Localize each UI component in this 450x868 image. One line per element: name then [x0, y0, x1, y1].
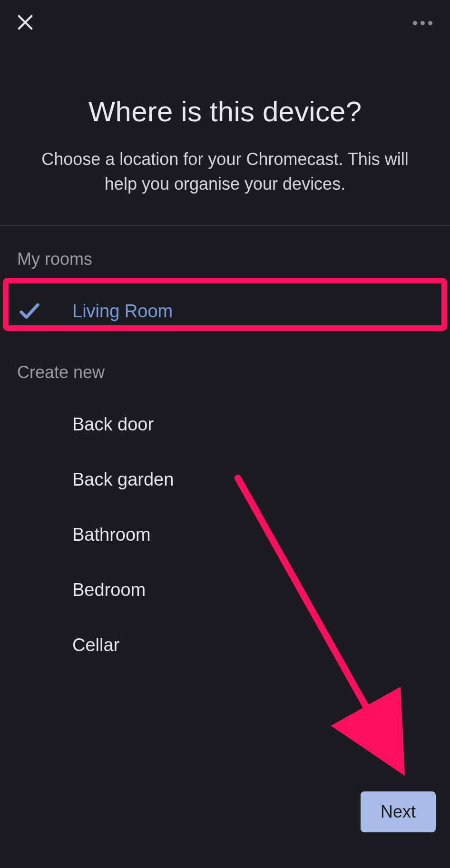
next-button-label: Next	[381, 802, 416, 821]
room-label: Bathroom	[72, 525, 151, 545]
room-back-garden[interactable]: Back garden	[0, 452, 450, 507]
close-button[interactable]	[13, 10, 37, 34]
room-back-door[interactable]: Back door	[0, 397, 450, 452]
room-label: Cellar	[72, 635, 119, 655]
check-icon	[17, 299, 72, 323]
section-my-rooms-label: My rooms	[0, 225, 450, 283]
room-bedroom[interactable]: Bedroom	[0, 562, 450, 617]
room-cellar[interactable]: Cellar	[0, 617, 450, 673]
room-living-room[interactable]: Living Room	[0, 283, 450, 339]
section-create-new-label: Create new	[0, 339, 450, 397]
room-label: Back garden	[72, 469, 174, 490]
room-label: Living Room	[72, 301, 173, 322]
close-icon	[16, 13, 35, 32]
more-icon	[428, 21, 432, 25]
heading-block: Where is this device? Choose a location …	[0, 43, 450, 225]
room-label: Bedroom	[72, 580, 146, 600]
room-bathroom[interactable]: Bathroom	[0, 507, 450, 562]
page-subtitle: Choose a location for your Chromecast. T…	[30, 147, 420, 196]
next-button[interactable]: Next	[361, 791, 436, 832]
more-icon	[413, 21, 417, 25]
room-label: Back door	[72, 414, 154, 435]
page-title: Where is this device?	[19, 95, 431, 128]
more-options-button[interactable]	[408, 14, 437, 31]
top-bar	[0, 0, 450, 43]
more-icon	[421, 21, 425, 25]
